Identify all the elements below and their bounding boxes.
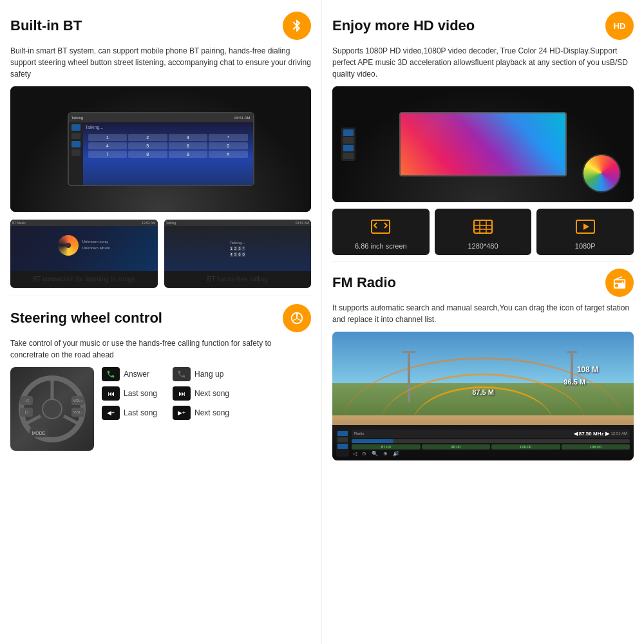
control-prev-next: ⏮ Last song ⏭ Next song xyxy=(102,386,311,401)
fm-station-2: 96.00 xyxy=(422,444,491,450)
prev-song-icon: ⏮ xyxy=(102,386,120,401)
fm-title: FM Radio xyxy=(332,274,396,291)
key-6: 6 xyxy=(169,142,208,149)
hd-icon-badge: HD xyxy=(605,12,634,40)
hd-badge-text: HD xyxy=(614,21,626,31)
svg-text:VOL-: VOL- xyxy=(73,410,82,414)
hd-car-dashboard xyxy=(332,86,634,202)
svg-rect-16 xyxy=(474,220,492,233)
sub-screens-row: Unknown song Unknown album BT Music 12:0… xyxy=(10,220,311,288)
screen-sidebar xyxy=(69,122,83,186)
fm-station-3: 100.00 xyxy=(491,444,560,450)
call-time: 04:51 AM xyxy=(296,221,309,225)
fm-screen-inner: Radio ◀ 87.50 MHz ▶ 12:51 AM 87.00 96.00 xyxy=(332,425,634,460)
fm-icon-toggle[interactable]: ⊙ xyxy=(362,451,366,457)
sidebar-btn-1 xyxy=(71,124,80,131)
bt-call-display: Talking 04:51 AM Talking... 1 2 3 * 4 5 … xyxy=(164,220,312,271)
right-sidebar-btn-2 xyxy=(343,137,354,144)
prev-song-label: Last song xyxy=(124,389,169,398)
bt-music-display: Unknown song Unknown album BT Music 12:0… xyxy=(10,220,158,271)
freq-108-label: 108 M xyxy=(577,365,598,374)
resolution-label: 1280*480 xyxy=(468,242,498,250)
right-sidebar-btn-4 xyxy=(343,153,354,159)
bt-call-card: Talking 04:51 AM Talking... 1 2 3 * 4 5 … xyxy=(164,220,312,288)
resolution-icon xyxy=(471,215,495,238)
mini-key-0: 0 xyxy=(242,252,245,257)
music-album: Unknown album xyxy=(82,245,110,252)
fm-radio-section: FM Radio It supports automatic search an… xyxy=(332,261,634,460)
svg-marker-22 xyxy=(583,223,589,230)
tower-right-arm xyxy=(567,351,577,353)
fm-station-4: 108.00 xyxy=(562,444,630,450)
mini-dialpad: 1 2 3 * 4 5 6 0 xyxy=(230,246,245,257)
hd-section-header: Enjoy more HD video HD xyxy=(332,12,634,40)
dialpad: 1 2 3 * 4 5 6 0 7 8 9 # xyxy=(86,131,251,160)
bt-call-label: BT hands-free calling xyxy=(164,271,312,284)
steering-content: ◁ ▷ VOL+ VOL- MODE A xyxy=(10,367,311,451)
screen-size-icon xyxy=(369,215,392,238)
right-sidebar-btn-3 xyxy=(343,145,354,151)
fm-icon-audio[interactable]: 🔊 xyxy=(393,451,399,457)
mini-key-6: 6 xyxy=(238,252,241,257)
key-7: 7 xyxy=(88,151,128,158)
music-track: Unknown song xyxy=(82,239,110,245)
freq-96-label: 96.5 M xyxy=(564,378,585,386)
steering-section: Steering wheel control Take control of y… xyxy=(10,296,311,451)
fm-side-btn-2 xyxy=(337,437,348,442)
mini-key-5: 5 xyxy=(234,252,237,257)
steering-header: Steering wheel control xyxy=(10,304,311,332)
bt-title: Built-in BT xyxy=(10,17,82,34)
music-info: Unknown song Unknown album xyxy=(82,239,110,251)
fm-side-btn-1 xyxy=(337,431,348,436)
music-screen-topbar: BT Music 12:02 AM xyxy=(10,220,158,226)
music-screen-title: BT Music xyxy=(12,221,26,225)
screen-size-label: 6.86 inch screen xyxy=(355,242,407,250)
steering-description: Take control of your music or use the ha… xyxy=(10,337,311,361)
fm-side-btn-3 xyxy=(337,444,348,449)
screen-main-content: Talking... 1 2 3 * 4 5 6 0 7 8 9 xyxy=(83,122,253,186)
vol-next-icon: ▶+ xyxy=(173,406,191,420)
music-time: 12:02 AM xyxy=(142,221,155,225)
hangup-label: Hang up xyxy=(194,370,240,379)
fm-section-header: FM Radio xyxy=(332,269,634,297)
svg-text:MODE: MODE xyxy=(32,431,46,435)
fm-station-1: 87.00 xyxy=(352,444,421,450)
colorful-display xyxy=(399,112,567,176)
fm-stations-row: 87.00 96.00 100.00 108.00 xyxy=(352,444,630,450)
steering-svg: ◁ ▷ VOL+ VOL- MODE xyxy=(17,374,88,444)
fm-icon-search[interactable]: 🔍 xyxy=(372,451,378,457)
right-sidebar-btn-1 xyxy=(343,129,354,136)
fm-top-bar: Radio ◀ 87.50 MHz ▶ 12:51 AM xyxy=(352,430,630,438)
freq-87-label: 87.5 M xyxy=(472,388,494,396)
right-sidebar-buttons xyxy=(341,128,355,161)
bt-section-header: Built-in BT xyxy=(10,12,311,40)
sidebar-btn-4 xyxy=(71,149,80,156)
svg-line-4 xyxy=(64,416,80,424)
bluetooth-icon xyxy=(290,19,304,33)
answer-label: Answer xyxy=(124,370,169,379)
right-panel: Enjoy more HD video HD Supports 1080P HD… xyxy=(322,0,644,644)
hd-1080p-label: 1080P xyxy=(575,242,596,250)
key-star: * xyxy=(209,134,248,141)
resize-icon xyxy=(370,216,391,237)
fm-progress-bar xyxy=(352,439,630,443)
fm-radio-visual: 108 M 96.5 M 87.5 M Radio xyxy=(332,332,634,460)
mini-key-1: 1 xyxy=(230,246,233,251)
svg-line-3 xyxy=(24,416,41,424)
music-disc-icon xyxy=(58,235,79,256)
next-song-icon: ⏭ xyxy=(173,386,191,401)
steering-title: Steering wheel control xyxy=(10,310,162,327)
fm-icon-prev[interactable]: ◁ xyxy=(353,451,357,457)
fm-radio-label: Radio xyxy=(354,431,365,435)
hd-description: Supports 1080P HD video,1080P video deco… xyxy=(332,45,634,80)
next-song-label: Next song xyxy=(194,389,240,398)
fm-icon-record[interactable]: ⊕ xyxy=(383,451,388,457)
steering-wheel-photo: ◁ ▷ VOL+ VOL- MODE xyxy=(10,367,94,451)
answer-icon xyxy=(102,367,120,381)
color-circle-decoration xyxy=(582,154,621,193)
hangup-icon xyxy=(173,367,191,381)
steering-wheel-icon xyxy=(290,311,304,325)
left-panel: Built-in BT Built-in smart BT system, ca… xyxy=(0,0,322,644)
feature-resolution: 1280*480 xyxy=(435,209,532,255)
mini-key-2: 2 xyxy=(234,246,237,251)
